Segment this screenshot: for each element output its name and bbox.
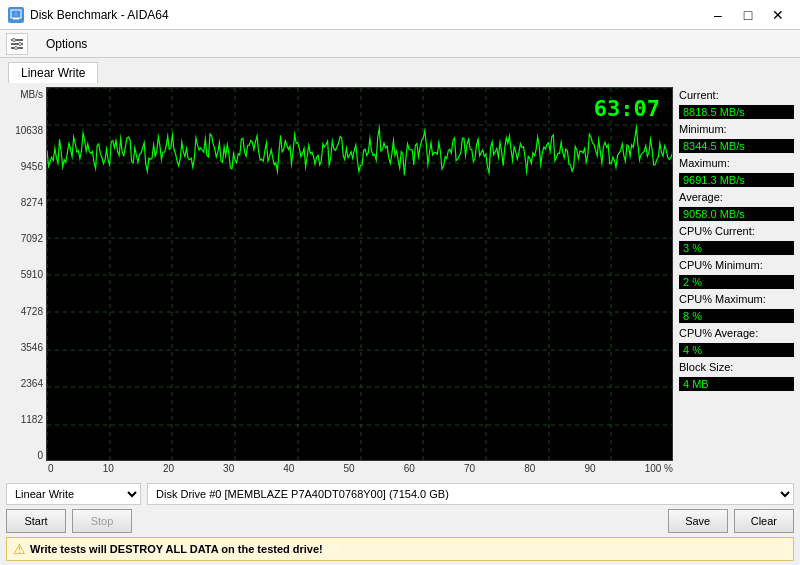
average-label: Average:: [679, 191, 794, 203]
maximum-value: 9691.3 MB/s: [679, 173, 794, 187]
y-label-3: 7092: [21, 233, 43, 244]
cpu-minimum-label: CPU% Minimum:: [679, 259, 794, 271]
menu-bar: Options: [0, 30, 800, 58]
warning-text: Write tests will DESTROY ALL DATA on the…: [30, 543, 323, 555]
y-label-7: 2364: [21, 378, 43, 389]
clear-button[interactable]: Clear: [734, 509, 794, 533]
close-button[interactable]: ✕: [764, 4, 792, 26]
control-row-1: Linear Write Linear Read Random Write Ra…: [6, 483, 794, 505]
cpu-current-value: 3 %: [679, 241, 794, 255]
app-icon: [8, 7, 24, 23]
chart-canvas: [47, 88, 673, 461]
y-label-mbs: MB/s: [20, 89, 43, 100]
svg-point-6: [13, 38, 16, 41]
window-controls: – □ ✕: [704, 4, 792, 26]
minimum-label: Minimum:: [679, 123, 794, 135]
timer-display: 63:07: [594, 96, 660, 121]
minimize-button[interactable]: –: [704, 4, 732, 26]
blocksize-label: Block Size:: [679, 361, 794, 373]
title-bar: Disk Benchmark - AIDA64 – □ ✕: [0, 0, 800, 30]
svg-point-2: [14, 12, 18, 16]
warning-row: ⚠ Write tests will DESTROY ALL DATA on t…: [6, 537, 794, 561]
drive-select[interactable]: Disk Drive #0 [MEMBLAZE P7A40DT0768Y00] …: [147, 483, 794, 505]
y-label-6: 3546: [21, 342, 43, 353]
chart-container: MB/s 10638 9456 8274 7092 5910 4728 3546…: [6, 87, 673, 475]
blocksize-value: 4 MB: [679, 377, 794, 391]
y-axis: MB/s 10638 9456 8274 7092 5910 4728 3546…: [6, 87, 46, 475]
svg-rect-1: [13, 18, 19, 20]
cpu-maximum-label: CPU% Maximum:: [679, 293, 794, 305]
y-label-9: 0: [37, 450, 43, 461]
maximum-label: Maximum:: [679, 157, 794, 169]
chart-right: 63:07 0 10 20 30 40 50 60 70 80 90: [46, 87, 673, 475]
svg-point-7: [19, 42, 22, 45]
average-value: 9058.0 MB/s: [679, 207, 794, 221]
maximize-button[interactable]: □: [734, 4, 762, 26]
tab-bar: Linear Write: [0, 58, 800, 83]
content-area: MB/s 10638 9456 8274 7092 5910 4728 3546…: [0, 83, 800, 479]
tab-linear-write[interactable]: Linear Write: [8, 62, 98, 83]
save-button[interactable]: Save: [668, 509, 728, 533]
cpu-average-label: CPU% Average:: [679, 327, 794, 339]
svg-point-8: [15, 46, 18, 49]
stats-panel: Current: 8818.5 MB/s Minimum: 8344.5 MB/…: [679, 87, 794, 475]
y-label-2: 8274: [21, 197, 43, 208]
current-label: Current:: [679, 89, 794, 101]
cpu-current-label: CPU% Current:: [679, 225, 794, 237]
cpu-minimum-value: 2 %: [679, 275, 794, 289]
window-title: Disk Benchmark - AIDA64: [30, 8, 169, 22]
test-type-select[interactable]: Linear Write Linear Read Random Write Ra…: [6, 483, 141, 505]
warning-icon: ⚠: [13, 541, 26, 557]
chart-area: 63:07: [46, 87, 673, 461]
y-label-1: 9456: [21, 161, 43, 172]
y-label-8: 1182: [21, 414, 43, 425]
chart-wrapper: MB/s 10638 9456 8274 7092 5910 4728 3546…: [6, 87, 673, 475]
options-icon: [6, 33, 28, 55]
cpu-average-value: 4 %: [679, 343, 794, 357]
x-axis: 0 10 20 30 40 50 60 70 80 90 100 %: [46, 461, 673, 475]
minimum-value: 8344.5 MB/s: [679, 139, 794, 153]
control-row-2: Start Stop Save Clear: [6, 509, 794, 533]
bottom-controls: Linear Write Linear Read Random Write Ra…: [0, 479, 800, 565]
y-label-5: 4728: [21, 306, 43, 317]
current-value: 8818.5 MB/s: [679, 105, 794, 119]
cpu-maximum-value: 8 %: [679, 309, 794, 323]
menu-options[interactable]: Options: [38, 35, 95, 53]
y-label-0: 10638: [15, 125, 43, 136]
main-content: Linear Write MB/s 10638 9456 8274 7092 5…: [0, 58, 800, 565]
stop-button[interactable]: Stop: [72, 509, 132, 533]
y-label-4: 5910: [21, 269, 43, 280]
start-button[interactable]: Start: [6, 509, 66, 533]
